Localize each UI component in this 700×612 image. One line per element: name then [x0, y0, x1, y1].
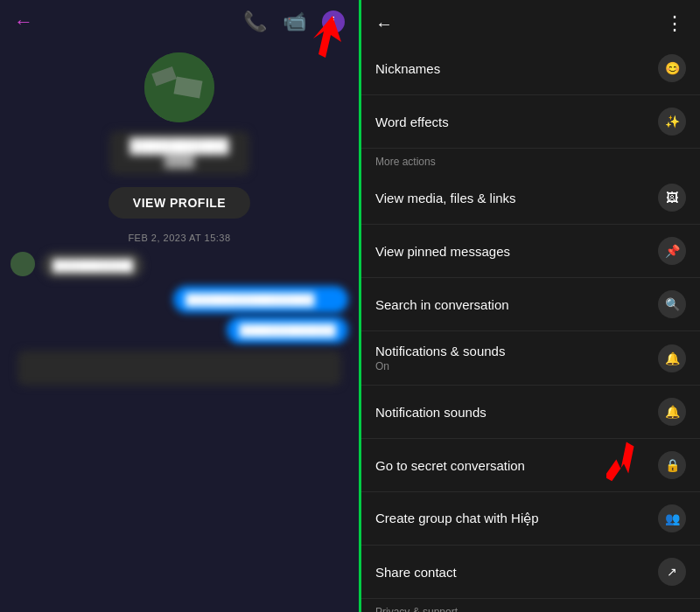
menu-item-left-nicknames: Nicknames [375, 61, 440, 76]
menu-item-nicknames[interactable]: Nicknames😊 [361, 42, 700, 94]
date-label: FEB 2, 2023 AT 15:38 [128, 233, 230, 243]
menu-item-title-notif-sounds: Notification sounds [375, 405, 486, 420]
red-arrow-menu [606, 440, 654, 491]
menu-item-left-view-pinned: View pinned messages [375, 244, 510, 259]
left-header: ← 📞 📹 i [0, 0, 359, 44]
menu-item-left-group-chat: Create group chat with Hiệp [375, 511, 539, 526]
menu-item-title-view-pinned: View pinned messages [375, 244, 510, 259]
menu-item-word-effects[interactable]: Word effects✨ [361, 95, 700, 148]
back-button-right[interactable]: ← [375, 14, 393, 34]
message-bubble-blue-1: ████████████████ [173, 286, 348, 313]
menu-item-left-notifications: Notifications & soundsOn [375, 344, 505, 372]
menu-item-icon-notif-sounds: 🔔 [658, 398, 686, 426]
menu-item-title-nicknames: Nicknames [375, 61, 440, 76]
message-sent-1: ████████████████ ████████████ [10, 286, 348, 344]
right-header: ← ⋮ [361, 0, 700, 42]
menu-item-title-secret-conv: Go to secret conversation [375, 458, 525, 473]
menu-item-icon-nicknames: 😊 [658, 54, 686, 82]
more-options-button[interactable]: ⋮ [665, 12, 686, 35]
message-bubble-gray: ██████████ [42, 252, 144, 279]
menu-item-left-view-media: View media, files & links [375, 191, 516, 205]
chat-area: ██████████ ████████████████ ████████████ [0, 243, 359, 612]
menu-item-sub-notifications: On [375, 360, 505, 372]
menu-item-search-conv[interactable]: Search in conversation🔍 [361, 278, 700, 330]
menu-item-notifications[interactable]: Notifications & soundsOn🔔 [361, 331, 700, 385]
view-profile-button[interactable]: VIEW PROFILE [108, 187, 250, 219]
menu-list: Nicknames😊Word effects✨More actionsView … [361, 42, 700, 612]
menu-item-title-share-contact: Share contact [375, 565, 457, 580]
menu-item-secret-conv[interactable]: Go to secret conversation 🔒 [361, 439, 700, 491]
menu-item-icon-notifications: 🔔 [658, 344, 686, 372]
menu-item-left-share-contact: Share contact [375, 565, 457, 580]
message-bubble-blue-2: ████████████ [227, 316, 348, 344]
profile-area: ██████████ ████ VIEW PROFILE FEB 2, 2023… [108, 52, 250, 243]
info-button[interactable]: i [322, 10, 345, 33]
menu-item-icon-share-contact: ↗ [658, 558, 686, 586]
section-label-section-privacy: Privacy & support [361, 599, 700, 612]
header-icons: 📞 📹 i [243, 10, 345, 33]
menu-item-left-secret-conv: Go to secret conversation [375, 458, 525, 473]
right-panel: ← ⋮ Nicknames😊Word effects✨More actionsV… [359, 0, 700, 612]
section-label-section-more: More actions [361, 149, 700, 171]
back-button-left[interactable]: ← [14, 10, 33, 33]
avatar [144, 52, 214, 122]
menu-item-title-notifications: Notifications & sounds [375, 344, 505, 358]
message-received-1: ██████████ [10, 252, 348, 279]
menu-item-title-view-media: View media, files & links [375, 191, 516, 205]
menu-item-left-word-effects: Word effects [375, 115, 449, 129]
menu-item-icon-secret-conv: 🔒 [658, 451, 686, 479]
menu-item-icon-view-pinned: 📌 [658, 237, 686, 265]
menu-item-title-search-conv: Search in conversation [375, 297, 509, 312]
svg-marker-4 [606, 442, 641, 487]
menu-item-icon-search-conv: 🔍 [658, 290, 686, 318]
left-panel: ← 📞 📹 i ██████████ ████ [0, 0, 359, 612]
menu-item-icon-view-media: 🖼 [658, 184, 686, 212]
sender-avatar-small [10, 252, 35, 276]
menu-item-view-pinned[interactable]: View pinned messages📌 [361, 225, 700, 277]
phone-call-icon[interactable]: 📞 [243, 10, 267, 33]
user-name-blurred: ██████████ ████ [109, 131, 249, 175]
menu-item-title-word-effects: Word effects [375, 115, 449, 129]
menu-item-icon-group-chat: 👥 [658, 504, 686, 532]
menu-item-left-search-conv: Search in conversation [375, 297, 509, 312]
menu-item-share-contact[interactable]: Share contact↗ [361, 546, 700, 598]
menu-item-left-notif-sounds: Notification sounds [375, 405, 486, 420]
menu-item-notif-sounds[interactable]: Notification sounds🔔 [361, 386, 700, 438]
menu-item-view-media[interactable]: View media, files & links🖼 [361, 171, 700, 224]
menu-item-title-group-chat: Create group chat with Hiệp [375, 511, 539, 526]
avatar-image [144, 52, 214, 122]
menu-item-group-chat[interactable]: Create group chat with Hiệp👥 [361, 492, 700, 545]
video-call-icon[interactable]: 📹 [283, 10, 306, 33]
menu-item-icon-word-effects: ✨ [658, 108, 686, 136]
message-blurred-row [18, 351, 341, 386]
